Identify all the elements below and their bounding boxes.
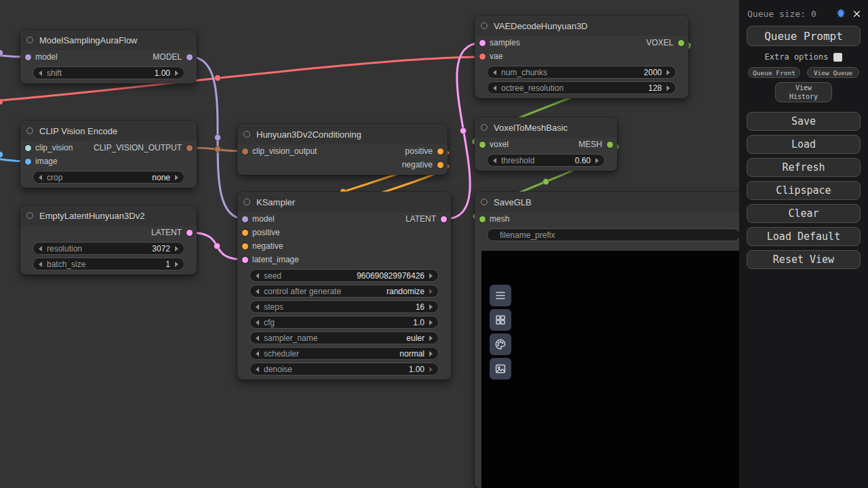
- input-port-positive[interactable]: [242, 230, 248, 236]
- queue-prompt-button[interactable]: Queue Prompt: [747, 26, 861, 46]
- widget-num-chunks[interactable]: num_chunks 2000: [487, 66, 676, 79]
- node-hunyuan3dv2conditioning[interactable]: Hunyuan3Dv2Conditioning clip_vision_outp…: [237, 124, 448, 175]
- output-port-positive[interactable]: [437, 148, 443, 155]
- increment-arrow-icon[interactable]: [595, 158, 599, 163]
- decrement-arrow-icon[interactable]: [493, 158, 496, 163]
- increment-arrow-icon[interactable]: [175, 246, 178, 251]
- output-port-latent[interactable]: [441, 216, 447, 222]
- decrement-arrow-icon[interactable]: [256, 289, 259, 294]
- increment-arrow-icon[interactable]: [429, 273, 433, 279]
- collapse-dot-icon[interactable]: [26, 127, 33, 134]
- decrement-arrow-icon[interactable]: [39, 70, 42, 76]
- widget-threshold[interactable]: threshold 0.60: [487, 154, 605, 167]
- increment-arrow-icon[interactable]: [175, 175, 178, 180]
- widget-control-after-generate[interactable]: control after generate randomize: [250, 285, 439, 298]
- load-default-button[interactable]: Load Default: [747, 227, 861, 246]
- collapse-dot-icon[interactable]: [481, 22, 488, 29]
- decrement-arrow-icon[interactable]: [39, 175, 42, 180]
- decrement-arrow-icon[interactable]: [256, 351, 259, 357]
- output-port-clip-vision-output[interactable]: [186, 145, 193, 151]
- decrement-arrow-icon[interactable]: [39, 262, 42, 267]
- node-header[interactable]: VAEDecodeHunyuan3D: [475, 16, 688, 36]
- decrement-arrow-icon[interactable]: [39, 246, 42, 251]
- decrement-arrow-icon[interactable]: [256, 273, 259, 279]
- queue-front-button[interactable]: Queue Front: [748, 67, 800, 78]
- increment-arrow-icon[interactable]: [429, 320, 433, 325]
- decrement-arrow-icon[interactable]: [493, 85, 496, 91]
- increment-arrow-icon[interactable]: [429, 304, 433, 310]
- output-port-mesh[interactable]: [607, 142, 613, 148]
- widget-steps[interactable]: steps 16: [250, 300, 439, 313]
- collapse-dot-icon[interactable]: [26, 37, 33, 43]
- input-port-samples[interactable]: [479, 40, 486, 46]
- node-header[interactable]: CLIP Vision Encode: [20, 121, 197, 141]
- decrement-arrow-icon[interactable]: [256, 304, 259, 310]
- input-port-model[interactable]: [242, 216, 248, 222]
- widget-crop[interactable]: crop none: [33, 171, 184, 184]
- node-vaedecodehunyuan3d[interactable]: VAEDecodeHunyuan3D samples VOXEL vae num…: [475, 16, 688, 98]
- collapse-dot-icon[interactable]: [481, 124, 488, 131]
- increment-arrow-icon[interactable]: [429, 336, 433, 341]
- widget-resolution[interactable]: resolution 3072: [33, 242, 184, 255]
- input-port-clip-vision-output[interactable]: [242, 148, 248, 155]
- input-port-model[interactable]: [25, 54, 31, 60]
- clipspace-button[interactable]: Clipspace: [747, 181, 861, 200]
- node-saveglb[interactable]: SaveGLB mesh filename_prefix: [475, 192, 753, 488]
- widget-denoise[interactable]: denoise 1.00: [250, 363, 439, 375]
- node-header[interactable]: KSampler: [237, 192, 451, 212]
- widget-cfg[interactable]: cfg 1.0: [250, 316, 439, 329]
- increment-arrow-icon[interactable]: [175, 70, 178, 76]
- refresh-button[interactable]: Refresh: [747, 158, 861, 177]
- increment-arrow-icon[interactable]: [667, 85, 670, 91]
- collapse-dot-icon[interactable]: [26, 212, 33, 219]
- widget-octree-resolution[interactable]: octree_resolution 128: [487, 81, 676, 94]
- increment-arrow-icon[interactable]: [175, 262, 178, 267]
- widget-scheduler[interactable]: scheduler normal: [250, 347, 439, 360]
- decrement-arrow-icon[interactable]: [493, 70, 496, 75]
- increment-arrow-icon[interactable]: [429, 351, 433, 357]
- node-header[interactable]: ModelSamplingAuraFlow: [20, 30, 197, 50]
- decrement-arrow-icon[interactable]: [256, 320, 259, 325]
- menu-icon[interactable]: [490, 285, 511, 306]
- node-header[interactable]: VoxelToMeshBasic: [475, 117, 617, 138]
- decrement-arrow-icon[interactable]: [256, 367, 259, 372]
- node-modelsamplingauraflow[interactable]: ModelSamplingAuraFlow model MODEL shift …: [20, 30, 197, 83]
- widget-seed[interactable]: seed 960690829976426: [250, 269, 439, 282]
- grid-icon[interactable]: [490, 309, 511, 331]
- palette-icon[interactable]: [490, 333, 511, 355]
- decrement-arrow-icon[interactable]: [256, 336, 259, 341]
- close-icon[interactable]: [852, 9, 861, 18]
- node-header[interactable]: Hunyuan3Dv2Conditioning: [237, 124, 448, 144]
- input-port-vae[interactable]: [479, 54, 486, 60]
- node-graph-canvas[interactable]: ModelSamplingAuraFlow model MODEL shift …: [0, 0, 868, 488]
- node-emptylatenthunyuan3dv2[interactable]: EmptyLatentHunyuan3Dv2 LATENT resolution…: [20, 205, 197, 274]
- node-header[interactable]: SaveGLB: [475, 192, 753, 212]
- widget-shift[interactable]: shift 1.00: [33, 66, 184, 79]
- input-port-voxel[interactable]: [479, 142, 486, 148]
- increment-arrow-icon[interactable]: [667, 70, 670, 75]
- widget-batch-size[interactable]: batch_size 1: [33, 258, 184, 270]
- reset-view-button[interactable]: Reset View: [747, 250, 861, 269]
- clear-button[interactable]: Clear: [747, 204, 861, 223]
- save-button[interactable]: Save: [747, 112, 861, 131]
- input-port-negative[interactable]: [242, 243, 248, 249]
- increment-arrow-icon[interactable]: [429, 367, 433, 372]
- view-queue-button[interactable]: View Queue: [807, 67, 859, 78]
- load-button[interactable]: Load: [747, 135, 861, 154]
- node-clip-vision-encode[interactable]: CLIP Vision Encode clip_vision CLIP_VISI…: [20, 121, 197, 188]
- input-port-latent-image[interactable]: [242, 257, 248, 263]
- output-port-model[interactable]: [186, 54, 193, 60]
- output-port-voxel[interactable]: [678, 40, 684, 46]
- image-icon[interactable]: [490, 358, 511, 380]
- increment-arrow-icon[interactable]: [429, 289, 433, 294]
- 3d-preview-viewport[interactable]: [481, 251, 746, 488]
- collapse-dot-icon[interactable]: [243, 199, 250, 205]
- widget-filename-prefix[interactable]: filename_prefix: [487, 228, 741, 241]
- input-port-image[interactable]: [25, 159, 31, 165]
- node-header[interactable]: EmptyLatentHunyuan3Dv2: [20, 205, 197, 226]
- node-voxeltomeshbasic[interactable]: VoxelToMeshBasic voxel MESH threshold 0.…: [475, 117, 617, 171]
- settings-icon[interactable]: [835, 8, 846, 19]
- extra-options-checkbox[interactable]: [833, 53, 842, 62]
- output-port-latent[interactable]: [186, 230, 193, 236]
- output-port-negative[interactable]: [437, 162, 443, 168]
